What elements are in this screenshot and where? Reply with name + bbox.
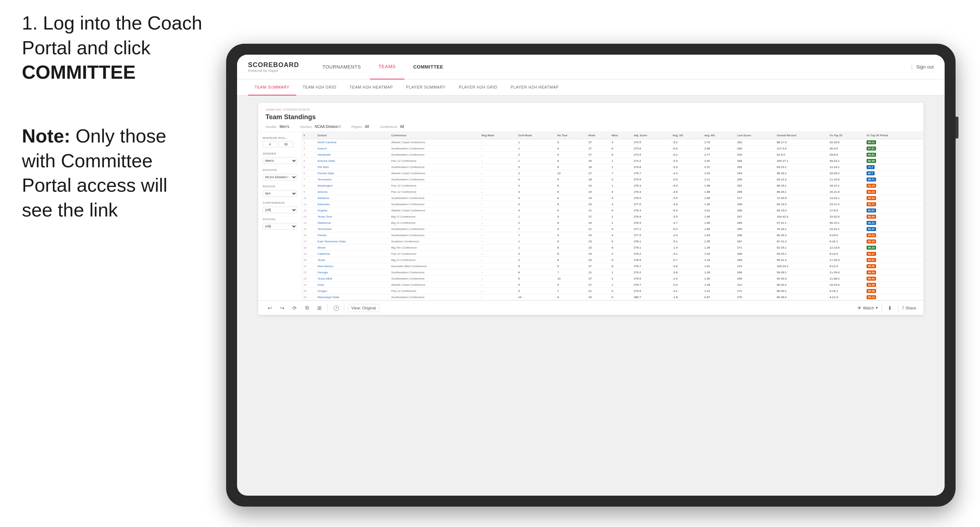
nav-teams[interactable]: TEAMS	[370, 55, 404, 79]
cell-vs-top50: 86.62	[865, 152, 923, 158]
cell-low-score: 268	[736, 189, 775, 195]
cell-vs-top50: 80.23	[865, 189, 923, 195]
watch-button[interactable]: 👁 Watch ▾	[858, 305, 878, 310]
cell-vs-top50: 80.57	[865, 207, 923, 214]
cell-school: Texas Tech	[316, 214, 390, 220]
cell-vs-top25: 15-32-0	[828, 214, 865, 220]
cell-overall: 60-39.2	[775, 294, 828, 300]
cell-rnds: 21	[587, 207, 610, 214]
cell-conf-rank: 10	[517, 294, 556, 300]
cell-rnds: 23	[587, 244, 610, 251]
cell-school: Texas A&M	[316, 276, 390, 282]
cell-adj-score: 278.2	[632, 251, 671, 257]
cell-avg-sg: -6.0	[671, 183, 703, 189]
cell-avg-sg: -6.0	[671, 207, 703, 214]
division-select[interactable]: NCAA Division I	[262, 174, 297, 180]
cell-no-tour: 9	[556, 282, 587, 288]
standings-table: # School Conference Reg Rank Conf Rank N…	[302, 132, 923, 300]
col-vs-top25: Vs Top 25	[828, 132, 865, 139]
sign-out-link[interactable]: Sign out	[916, 64, 934, 70]
col-wins: Wins	[610, 132, 632, 139]
region-select[interactable]: N/A	[262, 190, 297, 197]
view-original-button[interactable]: View: Original	[348, 304, 379, 312]
cell-overall: 86-26.1	[775, 189, 828, 195]
cell-adj-score: 273.6	[632, 145, 671, 152]
cell-avg-rd: 2.77	[703, 152, 736, 158]
conference-select[interactable]: (All)	[262, 206, 297, 213]
cell-low-score: 266	[736, 269, 775, 276]
share-button[interactable]: ⤴ Share	[902, 306, 916, 310]
cell-avg-sg: -0.8	[671, 263, 703, 269]
cell-rnds: 23	[587, 183, 610, 189]
subnav-team-summary[interactable]: TEAM SUMMARY	[248, 79, 296, 95]
cell-vs-top25: 9-12-3	[828, 263, 865, 269]
cell-avg-sg: -2.0	[671, 276, 703, 282]
cell-vs-top25: 23-11-2	[828, 201, 865, 207]
cell-avg-rd: 1.55	[703, 238, 736, 244]
cell-school: Tennessee	[316, 176, 390, 183]
score-badge: 68.27	[867, 252, 877, 256]
cell-wins: 1	[610, 282, 632, 288]
table-row: 4 Arizona State Pac-12 Conference - 1 8 …	[302, 158, 923, 164]
min-rounds-min[interactable]	[262, 141, 277, 148]
cell-overall: 63-21.0	[775, 176, 828, 183]
table-row: 3 Vanderbilt Southeastern Conference - 2…	[302, 152, 923, 158]
table-row: 8 Washington Pac-12 Conference - 2 8 23 …	[302, 183, 923, 189]
cell-avg-sg: -5.1	[671, 251, 703, 257]
score-badge: 60.71	[867, 202, 877, 206]
subnav-player-summary[interactable]: PLAYER SUMMARY	[399, 79, 452, 95]
update-time: Update time: 27/03/2024 16:56:26	[266, 108, 916, 111]
school-select[interactable]: (All)	[262, 223, 297, 230]
cell-avg-rd: 1.85	[703, 226, 736, 232]
subnav-team-h2h-heatmap[interactable]: TEAM H2H HEATMAP	[343, 79, 399, 95]
clock-icon[interactable]: 🕐	[331, 303, 340, 312]
undo-icon[interactable]: ↩	[266, 303, 274, 312]
score-badge: 71.7	[867, 165, 875, 169]
nav-committee[interactable]: COMMITTEE	[404, 55, 452, 79]
share-label: Share	[905, 306, 916, 310]
cell-rank: 4	[302, 158, 316, 164]
cell-low-score: 268	[736, 201, 775, 207]
cell-conf-rank: 2	[517, 152, 556, 158]
cell-adj-score: 276.4	[632, 207, 671, 214]
cell-low-score: 267	[736, 214, 775, 220]
conference-filter: Conference: All	[380, 125, 404, 129]
min-rounds-max[interactable]	[278, 141, 293, 148]
subnav-team-h2h-grid[interactable]: TEAM H2H GRID	[296, 79, 343, 95]
cell-vs-top50: 80.47	[865, 226, 923, 232]
score-badge: 68.38	[867, 289, 877, 293]
cell-vs-top50: 80.98	[865, 158, 923, 164]
update-time-value: 27/03/2024 16:56:26	[283, 108, 310, 111]
gender-select[interactable]: Men's	[262, 157, 297, 164]
redo-icon[interactable]: ↪	[278, 303, 287, 312]
copy-icon[interactable]: ⧉	[303, 303, 312, 312]
cell-conf-rank: 2	[517, 220, 556, 226]
cell-conf-rank: 1	[517, 238, 556, 244]
content-panel: Update time: 27/03/2024 16:56:26 Team St…	[258, 103, 923, 315]
cell-low-score: 258	[736, 232, 775, 238]
toolbar-divider-1	[328, 304, 328, 312]
download-icon[interactable]: ⬇	[886, 303, 894, 312]
cell-conference: Southeastern Conference	[390, 232, 480, 238]
cell-avg-sg: -4.0	[671, 158, 703, 164]
cell-vs-top50: 65.91	[865, 257, 923, 263]
score-badge: 86.62	[867, 153, 877, 157]
refresh-icon[interactable]: ⟳	[290, 303, 299, 312]
cell-adj-score: 280.7	[632, 294, 671, 300]
table-row: 10 Alabama Southeastern Conference - 5 8…	[302, 195, 923, 201]
cell-rank: 2	[302, 145, 316, 152]
cell-adj-score: 279.7	[632, 282, 671, 288]
table-row: 11 Arkansas Southeastern Conference - 6 …	[302, 201, 923, 207]
nav-tournaments[interactable]: TOURNAMENTS	[313, 55, 370, 79]
cell-vs-top25: 29-8-0	[828, 152, 865, 158]
min-rounds-label: Minimum Rou...	[262, 136, 297, 140]
cell-wins: 6	[610, 145, 632, 152]
cell-vs-top50: 71.7	[865, 164, 923, 170]
panel-header: Update time: 27/03/2024 16:56:26 Team St…	[258, 103, 923, 132]
add-icon[interactable]: ⊞	[315, 303, 324, 312]
subnav-player-h2h-grid[interactable]: PLAYER H2H GRID	[452, 79, 504, 95]
cell-vs-top25: 30-15-1	[828, 220, 865, 226]
table-row: 22 Georgia Southeastern Conference - 8 7…	[302, 269, 923, 276]
note-section: Note: Only those with Committee Portal a…	[22, 124, 175, 222]
subnav-player-h2h-heatmap[interactable]: PLAYER H2H HEATMAP	[504, 79, 565, 95]
